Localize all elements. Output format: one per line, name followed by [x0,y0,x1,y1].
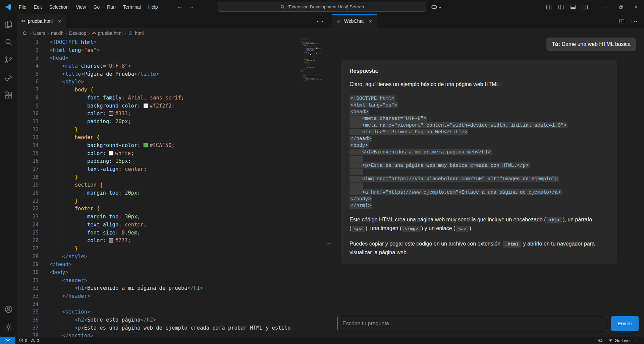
breadcrumb-item[interactable]: C: [23,30,28,36]
nav-back-icon[interactable]: ← [175,0,184,14]
customize-layout-icon[interactable] [546,4,552,10]
color-swatch[interactable] [109,238,113,243]
menu-edit[interactable]: Edit [30,0,46,14]
account-icon[interactable] [0,300,17,318]
color-swatch[interactable] [310,67,311,68]
indent-guide [50,142,62,150]
color-swatch[interactable] [144,143,148,147]
remote-indicator[interactable]: >< [0,337,15,344]
tab-close-icon[interactable]: ✕ [369,19,372,24]
tab-webchat[interactable]: WebChat ✕ [332,14,377,28]
chat-code-line [350,169,608,176]
error-count: 0 [25,338,27,343]
editor-scrollbar-handle[interactable] [327,243,331,244]
indent-guide [50,277,62,285]
menu-file[interactable]: File [15,0,30,14]
indent-guide [50,332,62,337]
menu-run[interactable]: Run [103,0,119,14]
code-line: <body> [50,269,332,277]
indent-guide [50,292,62,300]
chat-code-line: <a href="https://www.ejemplo.com">Enlace… [350,189,608,196]
breadcrumb-item[interactable]: Desktop [69,30,86,36]
menu-bar: FileEditSelectionViewGoRunTerminalHelp [15,0,161,14]
line-number: 1 [17,39,39,47]
chat-code-line: </head> [350,135,608,142]
source-control-icon[interactable] [0,51,17,69]
extensions-icon[interactable] [0,86,17,104]
line-number: 37 [17,324,39,332]
go-live-button[interactable]: Go Live [608,338,630,343]
indent-guide [50,197,62,205]
vscode-window: FileEditSelectionViewGoRunTerminalHelp ←… [0,0,644,344]
vscode-logo-icon [4,3,12,11]
code-line: font-size: 0.9em; [50,229,332,237]
bell-icon[interactable] [635,338,639,343]
chat-code-line: </body> [350,196,608,202]
code-line: <!DOCTYPE html> [50,39,332,47]
webview-icon [336,19,341,24]
main-area: <> prueba.html ✕ ··· C:›Users›maxih›Desk… [0,14,644,337]
line-number: 20 [17,189,39,197]
indent-guide [62,181,74,189]
menu-selection[interactable]: Selection [46,0,72,14]
indent-guide [50,237,62,245]
code-editor[interactable]: 1234567891011121314151617181920212223242… [17,38,332,337]
breadcrumb-separator: › [47,30,49,36]
breadcrumb-item[interactable]: prueba.html [98,30,122,36]
toggle-secondary-sidebar-icon[interactable] [582,4,588,10]
search-view-icon[interactable] [0,33,17,51]
breadcrumb-separator: › [124,30,126,36]
chat-body: Tú: Dame una web HTML basica Respuesta: … [332,28,644,337]
color-swatch[interactable] [316,53,317,54]
chat-input[interactable] [337,316,607,331]
indent-guide [62,118,74,126]
command-center-search[interactable]: [Extension Development Host] Search [218,2,426,12]
run-debug-icon[interactable] [0,69,17,86]
color-swatch[interactable] [109,111,113,116]
line-number: 24 [17,221,39,229]
editor-tab-bar: <> prueba.html ✕ ··· [17,14,332,28]
problems-status[interactable]: 0 0 [15,338,42,343]
color-swatch[interactable] [109,151,113,155]
line-number: 7 [17,86,39,94]
panel-more-actions-icon[interactable]: ··· [631,18,638,25]
send-button[interactable]: Enviar [611,316,639,331]
toggle-sidebar-icon[interactable] [558,4,564,10]
chat-code-line: <img src="https://via.placeholder.com/15… [350,176,608,182]
close-window-button[interactable]: ✕ [629,0,644,14]
breadcrumb-item[interactable]: maxih [51,30,63,36]
menu-help[interactable]: Help [145,0,162,14]
line-number: 38 [17,332,39,337]
go-live-label: Go Live [614,338,630,343]
menu-terminal[interactable]: Terminal [119,0,145,14]
menu-go[interactable]: Go [90,0,103,14]
breadcrumb-item[interactable]: Users [33,30,46,36]
line-number: 34 [17,300,39,308]
tab-close-icon[interactable]: ✕ [58,19,61,24]
minimap[interactable]: <!DOCTYPE html><html lang="es"><head> <m… [300,39,322,82]
breadcrumb-item[interactable]: html [135,30,144,36]
settings-gear-icon[interactable] [0,318,17,336]
activity-bar [0,14,17,337]
toggle-panel-icon[interactable] [570,4,576,10]
indent-guide [62,142,74,150]
copilot-button[interactable]: ⌄ [431,2,442,12]
tab-prueba-html[interactable]: <> prueba.html ✕ [17,14,66,28]
minimize-button[interactable]: ─ [598,0,613,14]
copilot-status-icon[interactable] [598,338,603,343]
nav-forward-icon[interactable]: → [186,0,196,14]
indent-guide [50,308,62,316]
code-line: </section> [300,80,322,81]
code-line: </head> [50,261,332,269]
menu-view[interactable]: View [72,0,90,14]
color-swatch[interactable] [316,48,317,49]
editor-more-actions-icon[interactable]: ··· [309,18,332,25]
code-line: padding: 15px; [50,157,332,165]
restore-button[interactable] [613,0,629,14]
color-swatch[interactable] [144,104,148,108]
explorer-icon[interactable] [0,15,17,33]
indent-guide [75,110,87,118]
indent-guide [62,157,74,165]
search-icon [280,4,285,9]
split-editor-icon[interactable] [619,18,625,24]
